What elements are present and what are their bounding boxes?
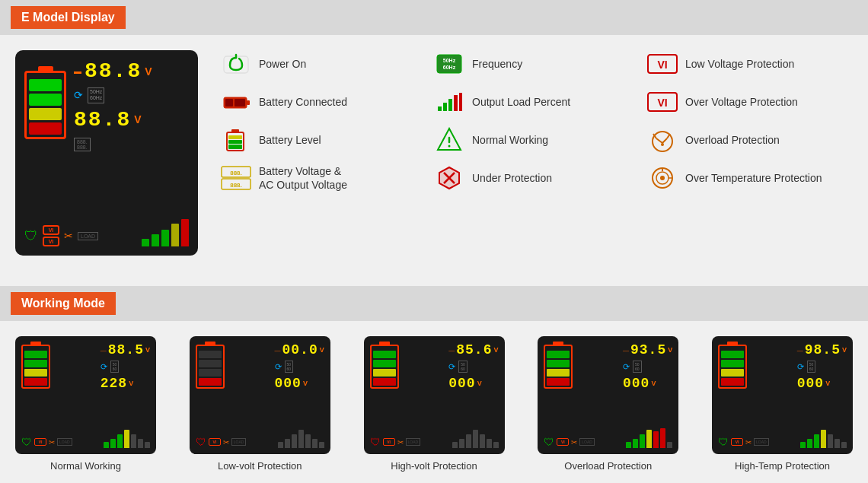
hv-bg-2 — [459, 439, 464, 448]
svg-point-41 — [660, 176, 665, 180]
mode-bar-red-lv — [199, 378, 222, 386]
svg-text:60Hz: 60Hz — [443, 65, 456, 70]
mode-battery-terminal-ol — [553, 342, 563, 345]
over-voltage-icon: VI — [647, 90, 678, 114]
lv-bg-5 — [305, 434, 311, 448]
mode-battery-overload — [544, 345, 573, 389]
mode-num-row-2-ht: 000 V — [797, 376, 847, 391]
mode-battery-terminal-ht — [727, 342, 738, 345]
mode-nums-normal: — 88.5 V ⟳ 5060 228 V — [97, 342, 150, 391]
hv-bar2 — [373, 360, 396, 367]
overload-protection-icon — [649, 128, 676, 152]
normal-working-icon-box — [434, 126, 464, 154]
svg-rect-9 — [247, 100, 250, 105]
e-model-title: E Model Display — [11, 6, 126, 29]
mode-freq-ol: 5060 — [633, 361, 642, 373]
ol-bar4 — [547, 378, 570, 386]
mode-digits-1-ol: 93.5 — [630, 342, 666, 357]
hv-bg-7 — [493, 442, 499, 448]
mode-unit-1-lv: V — [320, 346, 324, 354]
ht-bar3 — [721, 369, 744, 377]
mode-unit-1-normal: V — [145, 346, 150, 354]
svg-line-29 — [656, 138, 662, 143]
icon-item-output-load: Output Load Percent — [434, 88, 640, 116]
icon-item-battery-level: Battery Level — [221, 126, 426, 154]
mode-shield-ol: 🛡 — [544, 436, 554, 448]
over-temp-label: Over Temperature Protection — [685, 171, 822, 185]
mode-battery-hightemp — [718, 345, 747, 389]
output-load-icon-box — [434, 88, 464, 116]
lv-bg-7 — [319, 442, 324, 448]
mode-bottom-lowvolt: 🛡 VI ✂ LOAD — [196, 427, 324, 448]
svg-rect-14 — [448, 99, 452, 111]
mode-vi-1: VI — [34, 438, 46, 446]
under-protection-icon — [436, 165, 462, 191]
mode-freq-lv: 5060 — [285, 361, 294, 373]
mode-charge-hv: ⟳ — [448, 362, 455, 372]
mode-shield-hv: 🛡 — [370, 436, 381, 448]
bar-5 — [181, 219, 189, 246]
mode-minus-ht: — — [797, 347, 803, 354]
mode-unit-1-ht: V — [842, 346, 847, 354]
mode-bar-graph-ht — [800, 427, 847, 448]
lcd-unit-1: V — [145, 65, 152, 78]
lcd-battery-voltage-box: 888.888. — [74, 138, 91, 151]
ht-bar4 — [721, 378, 744, 386]
icon-item-overload-protection: Overload Protection — [647, 126, 853, 154]
battery-level-label: Battery Level — [259, 133, 321, 147]
mode-unit-1-hv: V — [493, 346, 498, 354]
ht-bg-7 — [841, 442, 847, 448]
mode-unit-2-lv: V — [303, 380, 308, 387]
mode-left-icons-normal: 🛡 VI ✂ LOAD — [21, 436, 72, 448]
ht-bg-1 — [800, 442, 806, 448]
hv-bar4 — [373, 378, 396, 386]
mode-charge-lv: ⟳ — [275, 362, 282, 372]
ht-bg-5 — [828, 434, 833, 448]
mode-digits-1-ht: 98.5 — [805, 342, 841, 357]
lv-bg-2 — [285, 439, 290, 448]
mode-left-icons-hv: 🛡 VI ✂ LOAD — [370, 436, 421, 448]
svg-point-26 — [448, 145, 451, 148]
ht-bg-4 — [821, 430, 826, 448]
lcd-num-row-2: 88.8 V — [74, 108, 189, 132]
ht-bar2 — [721, 360, 744, 367]
bar-1 — [142, 239, 149, 246]
hv-bg-5 — [480, 434, 485, 448]
svg-rect-22 — [228, 145, 242, 149]
overload-protection-icon-box — [647, 126, 678, 154]
hv-bar1 — [373, 351, 396, 358]
mode-bar-graph-lv — [278, 427, 324, 448]
battery-connected-icon-box — [221, 88, 251, 116]
shield-icon-green: 🛡 — [24, 228, 38, 244]
svg-point-32 — [661, 143, 664, 146]
battery-bar-green1 — [29, 79, 62, 91]
lcd-display: ▬ 88.8 V ⟳ 50Hz60Hz 88.8 V 888.888. — [15, 50, 198, 256]
mode-num-row-2-ol: 000 V — [623, 376, 672, 391]
working-mode-section: Working Mode — 88.5 — [0, 286, 868, 483]
mode-load-ht: LOAD — [754, 438, 769, 446]
icon-item-over-temp: Over Temperature Protection — [647, 164, 853, 192]
mode-item-overload: — 93.5 V ⟳ 5060 000 V — [538, 336, 678, 472]
frequency-icon: 50Hz 60Hz — [436, 52, 463, 76]
svg-rect-15 — [454, 95, 458, 111]
mode-digits-2-normal: 228 — [101, 376, 127, 391]
mode-item-normal: — 88.5 V ⟳ 5060 228 V — [15, 336, 156, 472]
mode-bar-empty1 — [199, 351, 222, 358]
lcd-left-icons: 🛡 VI VI ✂ LOAD — [24, 225, 98, 246]
charge-icon: ⟳ — [74, 89, 83, 101]
mode-freq-hv: 5060 — [458, 361, 468, 373]
mode-minus-hv: — — [448, 347, 455, 354]
output-load-icon — [436, 90, 463, 114]
lv-bg-6 — [312, 439, 318, 448]
frequency-label: Frequency — [472, 57, 522, 71]
hv-bar3 — [373, 369, 396, 377]
mode-bottom-normal: 🛡 VI ✂ LOAD — [21, 427, 150, 448]
mode-nums-overload: — 93.5 V ⟳ 5060 000 V — [620, 342, 672, 391]
mode-left-icons-lv: 🛡 VI ✂ LOAD — [196, 436, 247, 448]
lcd-numbers: ▬ 88.8 V ⟳ 50Hz60Hz 88.8 V 888.888. — [66, 59, 189, 151]
ht-bg-3 — [814, 434, 819, 448]
e-model-header-bar: E Model Display — [0, 0, 868, 35]
icon-item-power-on: Power On — [221, 50, 426, 78]
icon-grid: Power On 50Hz 60Hz Frequency — [221, 50, 853, 192]
svg-rect-12 — [438, 106, 442, 111]
